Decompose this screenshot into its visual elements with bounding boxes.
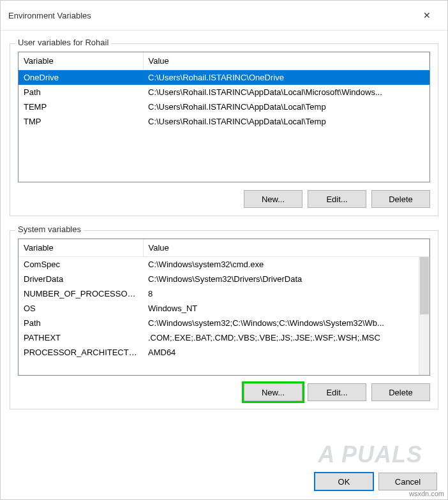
system-vars-buttons: New... Edit... Delete	[18, 383, 430, 401]
credit-text: wsxdn.com	[409, 490, 444, 497]
cell-value: C:\Windows\System32\Drivers\DriverData	[143, 272, 429, 286]
col-value[interactable]: Value	[143, 239, 429, 257]
table-row[interactable]: DriverDataC:\Windows\System32\Drivers\Dr…	[19, 272, 429, 286]
cell-variable: OS	[19, 301, 143, 316]
system-vars-scrollbar[interactable]	[419, 257, 429, 375]
titlebar: Environment Variables ✕	[1, 1, 447, 31]
env-vars-dialog: Environment Variables ✕ User variables f…	[0, 0, 448, 500]
dialog-content: User variables for Rohail Variable Value…	[1, 31, 447, 467]
user-vars-table-wrap: Variable Value OneDriveC:\Users\Rohail.I…	[18, 52, 430, 182]
cell-value: C:\Users\Rohail.ISTARINC\AppData\Local\M…	[143, 85, 429, 99]
system-vars-label: System variables	[15, 224, 84, 234]
table-row[interactable]: TEMPC:\Users\Rohail.ISTARINC\AppData\Loc…	[19, 99, 429, 114]
cell-variable: TMP	[19, 114, 143, 129]
cell-value: 8	[143, 286, 429, 301]
cell-variable: NUMBER_OF_PROCESSORS	[19, 286, 143, 301]
cell-variable: OneDrive	[19, 70, 143, 85]
system-vars-group: System variables Variable Value ComSpecC…	[10, 230, 438, 409]
system-edit-button[interactable]: Edit...	[308, 383, 366, 401]
col-variable[interactable]: Variable	[19, 52, 143, 70]
cell-value: C:\Users\Rohail.ISTARINC\AppData\Local\T…	[143, 99, 429, 114]
window-title: Environment Variables	[8, 11, 91, 20]
table-row[interactable]: ComSpecC:\Windows\system32\cmd.exe	[19, 257, 429, 272]
table-row[interactable]: PROCESSOR_ARCHITECTU...AMD64	[19, 345, 429, 360]
system-delete-button[interactable]: Delete	[371, 383, 430, 401]
cell-value: C:\Windows\system32;C:\Windows;C:\Window…	[143, 316, 429, 330]
table-header-row: Variable Value	[19, 52, 429, 70]
cell-variable: DriverData	[19, 272, 143, 286]
ok-button[interactable]: OK	[315, 473, 373, 490]
user-edit-button[interactable]: Edit...	[308, 190, 366, 208]
cell-value: C:\Windows\system32\cmd.exe	[143, 257, 429, 272]
cell-value: C:\Users\Rohail.ISTARINC\OneDrive	[143, 70, 429, 85]
cell-variable: TEMP	[19, 99, 143, 114]
close-button[interactable]: ✕	[414, 6, 440, 25]
table-row[interactable]: PathC:\Windows\system32;C:\Windows;C:\Wi…	[19, 316, 429, 330]
table-header-row: Variable Value	[19, 239, 429, 257]
cell-value: C:\Users\Rohail.ISTARINC\AppData\Local\T…	[143, 114, 429, 129]
table-row[interactable]: NUMBER_OF_PROCESSORS8	[19, 286, 429, 301]
cell-value: .COM;.EXE;.BAT;.CMD;.VBS;.VBE;.JS;.JSE;.…	[143, 330, 429, 345]
cell-variable: Path	[19, 85, 143, 99]
dialog-buttons: OK Cancel	[1, 467, 447, 499]
table-row[interactable]: TMPC:\Users\Rohail.ISTARINC\AppData\Loca…	[19, 114, 429, 129]
col-variable[interactable]: Variable	[19, 239, 143, 257]
user-vars-group: User variables for Rohail Variable Value…	[10, 43, 438, 216]
cell-value: Windows_NT	[143, 301, 429, 316]
scrollbar-thumb[interactable]	[420, 257, 429, 314]
user-vars-buttons: New... Edit... Delete	[18, 190, 430, 208]
cell-variable: ComSpec	[19, 257, 143, 272]
cell-variable: PATHEXT	[19, 330, 143, 345]
user-new-button[interactable]: New...	[244, 190, 302, 208]
system-new-button[interactable]: New...	[244, 383, 302, 401]
table-row[interactable]: OneDriveC:\Users\Rohail.ISTARINC\OneDriv…	[19, 70, 429, 85]
table-row[interactable]: OSWindows_NT	[19, 301, 429, 316]
system-vars-table-wrap: Variable Value ComSpecC:\Windows\system3…	[18, 239, 430, 376]
system-vars-table[interactable]: Variable Value ComSpecC:\Windows\system3…	[19, 239, 429, 360]
cell-value: AMD64	[143, 345, 429, 360]
cell-variable: PROCESSOR_ARCHITECTU...	[19, 345, 143, 360]
table-row[interactable]: PATHEXT.COM;.EXE;.BAT;.CMD;.VBS;.VBE;.JS…	[19, 330, 429, 345]
cell-variable: Path	[19, 316, 143, 330]
user-vars-table[interactable]: Variable Value OneDriveC:\Users\Rohail.I…	[19, 52, 429, 129]
cancel-button[interactable]: Cancel	[378, 473, 437, 490]
col-value[interactable]: Value	[143, 52, 429, 70]
user-vars-label: User variables for Rohail	[15, 38, 111, 47]
table-row[interactable]: PathC:\Users\Rohail.ISTARINC\AppData\Loc…	[19, 85, 429, 99]
user-delete-button[interactable]: Delete	[371, 190, 430, 208]
